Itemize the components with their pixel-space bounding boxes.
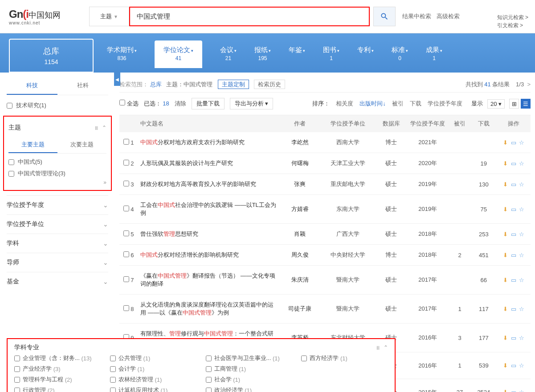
result-title-link[interactable]: 中国式分权对地方政府支农行为影响研究 xyxy=(140,139,245,145)
source-tab-3[interactable]: 报纸▾195 xyxy=(254,46,271,68)
discipline-item[interactable]: 管理科学与工程 (2) xyxy=(14,376,101,384)
read-icon[interactable]: ▭ xyxy=(510,335,517,341)
filter-section[interactable]: 学科⌄ xyxy=(7,234,108,253)
clear-selection[interactable]: 清除 xyxy=(175,100,186,108)
search-history-button[interactable]: 检索历史 xyxy=(254,80,285,89)
filter-section[interactable]: 导师⌄ xyxy=(7,253,108,272)
citation-search-link[interactable]: 引文检索 > xyxy=(497,21,528,29)
row-checkbox[interactable] xyxy=(123,139,129,145)
download-icon[interactable]: ⬇ xyxy=(502,335,509,341)
download-icon[interactable]: ⬇ xyxy=(502,306,509,312)
source-tab-7[interactable]: 标准▾0 xyxy=(392,46,408,68)
sort-download[interactable]: 下载 xyxy=(410,100,421,108)
row-checkbox[interactable] xyxy=(123,276,129,282)
logo[interactable]: Gn(i中国知网 www.cnki.net xyxy=(9,8,89,25)
download-icon[interactable]: ⬇ xyxy=(502,252,509,258)
download-icon[interactable]: ⬇ xyxy=(502,160,509,166)
source-tab-4[interactable]: 年鉴▾ xyxy=(289,46,305,68)
result-title-link[interactable]: 《赢在中国式管理》翻译报告（节选） ——文化专项词的翻译 xyxy=(140,272,275,287)
result-search-link[interactable]: 结果中检索 xyxy=(402,12,431,20)
grid-view-icon[interactable]: ⊞ xyxy=(509,99,519,109)
download-icon[interactable]: ⬇ xyxy=(502,277,509,283)
scope-value[interactable]: 总库 xyxy=(150,81,162,88)
star-icon[interactable]: ☆ xyxy=(519,160,525,166)
collapse-icon[interactable]: ⌃ xyxy=(384,344,388,351)
author-link[interactable]: 肖颖 xyxy=(294,230,306,237)
chart-icon[interactable]: ⫼ xyxy=(376,344,381,351)
read-icon[interactable]: ▭ xyxy=(510,389,517,392)
discipline-item[interactable]: 会计学 (1) xyxy=(110,365,197,373)
facet-item[interactable]: 中国式管理理论(3) xyxy=(8,168,106,179)
download-icon[interactable]: ⬇ xyxy=(502,181,509,187)
read-icon[interactable]: ▭ xyxy=(510,139,517,145)
search-input[interactable] xyxy=(129,7,370,26)
discipline-item[interactable]: 产业经济学 (3) xyxy=(14,365,101,373)
row-checkbox[interactable] xyxy=(123,160,129,166)
discipline-item[interactable]: 政治经济学 (1) xyxy=(206,386,293,392)
batch-download-button[interactable]: 批量下载 xyxy=(192,98,225,109)
source-tab-8[interactable]: 成果▾1 xyxy=(426,46,442,68)
read-icon[interactable]: ▭ xyxy=(510,306,517,312)
sort-pubtime[interactable]: 出版时间↓ xyxy=(359,100,386,108)
search-type-dropdown[interactable]: 主题▼ xyxy=(89,7,129,26)
discipline-item[interactable]: 计算机应用技术 (1) xyxy=(110,386,197,392)
source-tab-0[interactable]: 学术期刊▾836 xyxy=(107,46,137,68)
filter-section[interactable]: 学位授予年度⌄ xyxy=(7,195,108,214)
row-checkbox[interactable] xyxy=(123,181,129,186)
result-title-link[interactable]: 曾仕强软管理思想研究 xyxy=(140,230,198,237)
facet-tech-research[interactable]: 技术研究(1) xyxy=(7,100,108,111)
source-tab-6[interactable]: 专利▾ xyxy=(357,46,374,68)
download-icon[interactable]: ⬇ xyxy=(502,231,509,237)
star-icon[interactable]: ☆ xyxy=(519,206,525,212)
result-title-link[interactable]: 财政分权对地方高等教育投入水平的影响研究 xyxy=(140,181,256,187)
star-icon[interactable]: ☆ xyxy=(519,335,525,341)
discipline-item[interactable]: 行政管理 (2) xyxy=(14,386,101,392)
star-icon[interactable]: ☆ xyxy=(519,362,525,368)
row-checkbox[interactable] xyxy=(123,230,129,236)
download-icon[interactable]: ⬇ xyxy=(502,139,509,145)
read-icon[interactable]: ▭ xyxy=(510,206,517,212)
next-page[interactable]: > xyxy=(526,81,531,88)
author-link[interactable]: 张爽 xyxy=(294,181,306,187)
export-analysis-button[interactable]: 导出与分析 ▾ xyxy=(230,98,274,109)
row-checkbox[interactable] xyxy=(123,305,129,311)
sort-relevance[interactable]: 相关度 xyxy=(336,100,353,108)
star-icon[interactable]: ☆ xyxy=(519,139,525,145)
author-link[interactable]: 周久俊 xyxy=(291,251,309,258)
collapse-sidebar[interactable]: ◀ xyxy=(114,73,120,86)
advanced-search-link[interactable]: 高级检索 xyxy=(437,12,460,20)
discipline-item[interactable]: 社会医学与卫生事业... (1) xyxy=(206,354,293,362)
download-icon[interactable]: ⬇ xyxy=(502,389,509,392)
knowledge-search-link[interactable]: 知识元检索 > xyxy=(497,13,528,21)
author-link[interactable]: 何曙梅 xyxy=(291,160,309,166)
discipline-item[interactable]: 西方经济学 (1) xyxy=(301,354,388,362)
result-title-link[interactable]: 从文化语境的角度谈深度翻译理论在汉英语篇中的运用 ——以《赢在中国式管理》为例 xyxy=(140,301,274,316)
filter-section[interactable]: 学位授予单位⌄ xyxy=(7,214,108,234)
select-all[interactable]: 全选 xyxy=(119,100,139,108)
chart-icon[interactable]: ⫼ xyxy=(94,125,99,131)
star-icon[interactable]: ☆ xyxy=(519,389,525,392)
more-arrow[interactable]: » xyxy=(8,179,106,186)
tab-sub-subject[interactable]: 次要主题 xyxy=(57,137,106,153)
read-icon[interactable]: ▭ xyxy=(510,181,517,187)
result-title-link[interactable]: 中国式分权对经济增长的影响机制研究 xyxy=(140,251,239,258)
facet-checkbox[interactable] xyxy=(7,103,12,109)
read-icon[interactable]: ▭ xyxy=(510,160,517,166)
total-box[interactable]: 总库 1154 xyxy=(9,39,94,73)
collapse-icon[interactable]: ⌃ xyxy=(102,125,106,131)
row-checkbox[interactable] xyxy=(123,206,129,211)
facet-item[interactable]: 中国式(5) xyxy=(8,156,106,168)
tab-science[interactable]: 科技 xyxy=(7,77,57,95)
list-view-icon[interactable]: ☰ xyxy=(521,99,531,109)
discipline-item[interactable]: 社会学 (1) xyxy=(206,376,293,384)
read-icon[interactable]: ▭ xyxy=(510,231,517,237)
source-tab-5[interactable]: 图书▾1 xyxy=(323,46,339,68)
tab-main-subject[interactable]: 主要主题 xyxy=(8,137,57,153)
filter-section[interactable]: 基金⌄ xyxy=(7,272,108,291)
download-icon[interactable]: ⬇ xyxy=(502,362,509,368)
source-tab-2[interactable]: 会议▾21 xyxy=(220,46,237,68)
author-link[interactable]: 司徒子康 xyxy=(288,305,311,312)
search-button[interactable] xyxy=(373,7,396,26)
result-title-link[interactable]: 人形玩偶及其服装的设计与生产研究 xyxy=(140,160,233,166)
read-icon[interactable]: ▭ xyxy=(510,277,517,283)
